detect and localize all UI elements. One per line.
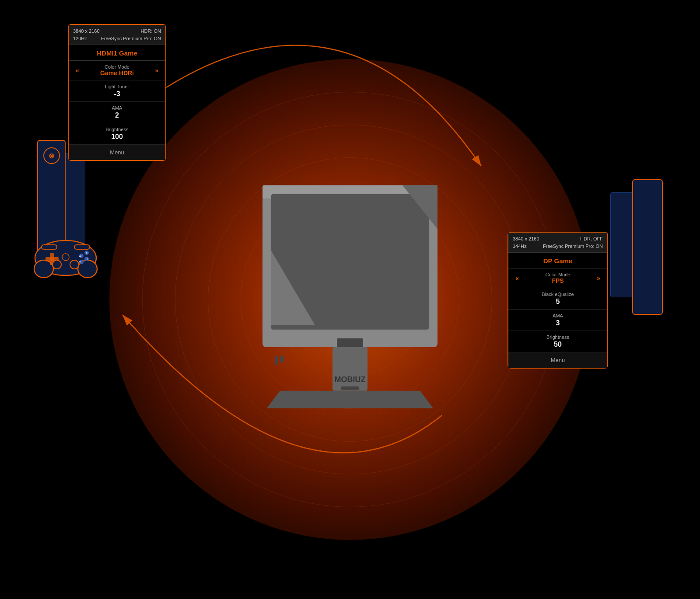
svg-point-13 (70, 260, 79, 269)
main-scene: ⊗ 3840 x 2160 HDR: ON 120Hz FreeSync Pre… (0, 0, 700, 599)
left-hdr: HDR: ON (141, 28, 161, 35)
svg-rect-29 (275, 356, 278, 365)
right-brightness-row: Brightness 50 (508, 331, 607, 352)
right-black-equalize-value: 5 (513, 298, 603, 306)
right-ama-value: 3 (513, 319, 603, 327)
left-color-mode-row: « Color Mode Game HDRi » (69, 61, 165, 80)
left-osd-topbar: 3840 x 2160 HDR: ON 120Hz FreeSync Premi… (69, 25, 165, 45)
svg-text:X: X (86, 251, 88, 254)
left-color-mode-value: Game HDRi (100, 70, 134, 77)
right-color-right-arrow[interactable]: » (594, 275, 603, 282)
svg-rect-11 (74, 245, 90, 249)
right-color-mode-row: « Color Mode FPS » (508, 268, 607, 288)
left-brightness-value: 100 (73, 133, 161, 141)
svg-rect-28 (337, 196, 389, 231)
left-color-right-arrow[interactable]: » (152, 67, 161, 74)
left-color-left-arrow[interactable]: « (73, 67, 82, 74)
svg-marker-26 (267, 391, 433, 408)
right-brightness-label: Brightness (513, 334, 603, 340)
svg-text:B: B (86, 258, 88, 261)
left-color-mode-content: Color Mode Game HDRi (100, 64, 134, 77)
left-osd-panel: 3840 x 2160 HDR: ON 120Hz FreeSync Premi… (68, 24, 166, 161)
right-ama-label: AMA (513, 313, 603, 318)
xbox-icon: ⊗ (43, 147, 60, 164)
left-light-tuner-value: -3 (73, 90, 161, 98)
right-menu-button[interactable]: Menu (508, 352, 607, 368)
right-hz: 144Hz (513, 243, 527, 250)
right-color-mode-value: FPS (546, 277, 570, 284)
left-light-tuner-label: Light Tuner (73, 84, 161, 89)
right-device-panel (632, 179, 663, 315)
right-color-mode-label: Color Mode (546, 272, 570, 277)
right-resolution: 3840 x 2160 (513, 235, 539, 243)
left-brightness-row: Brightness 100 (69, 123, 165, 145)
monitor-svg: MOBIUZ (236, 172, 464, 417)
right-color-mode-content: Color Mode FPS (546, 272, 570, 284)
svg-text:A: A (79, 254, 81, 258)
right-brightness-value: 50 (513, 341, 603, 348)
left-menu-button[interactable]: Menu (69, 145, 165, 160)
svg-rect-30 (280, 356, 284, 362)
left-ama-label: AMA (73, 105, 161, 111)
right-freesync: FreeSync Premium Pro: ON (543, 243, 603, 250)
svg-point-9 (62, 254, 69, 261)
right-osd-panel: 3840 x 2160 HDR: OFF 144Hz FreeSync Prem… (508, 232, 608, 369)
gamepad-icon: A X B Y (31, 232, 101, 282)
left-hz: 120Hz (73, 35, 87, 42)
right-osd-title: DP Game (508, 253, 607, 268)
monitor-area: MOBIUZ (236, 172, 464, 417)
svg-text:MOBIUZ: MOBIUZ (335, 375, 366, 384)
right-black-equalize-row: Black eQualize 5 (508, 288, 607, 310)
right-black-equalize-label: Black eQualize (513, 292, 603, 297)
right-ama-row: AMA 3 (508, 310, 607, 331)
left-color-mode-label: Color Mode (100, 64, 134, 70)
left-freesync: FreeSync Premium Pro: ON (101, 35, 161, 42)
svg-rect-25 (332, 347, 368, 391)
svg-rect-31 (337, 338, 363, 347)
svg-rect-32 (341, 387, 359, 390)
xbox-symbol: ⊗ (49, 152, 54, 160)
right-osd-topbar: 3840 x 2160 HDR: OFF 144Hz FreeSync Prem… (508, 233, 607, 253)
left-resolution: 3840 x 2160 (73, 28, 100, 35)
left-osd-title: HDMI1 Game (69, 45, 165, 61)
svg-rect-10 (42, 245, 57, 249)
left-ama-value: 2 (73, 111, 161, 119)
right-hdr: HDR: OFF (580, 235, 603, 243)
gamepad-svg: A X B Y (31, 232, 101, 280)
right-color-left-arrow[interactable]: « (513, 275, 522, 282)
svg-point-12 (52, 260, 61, 269)
left-ama-row: AMA 2 (69, 102, 165, 123)
svg-text:Y: Y (79, 261, 81, 264)
left-brightness-label: Brightness (73, 127, 161, 132)
left-light-tuner-row: Light Tuner -3 (69, 80, 165, 102)
